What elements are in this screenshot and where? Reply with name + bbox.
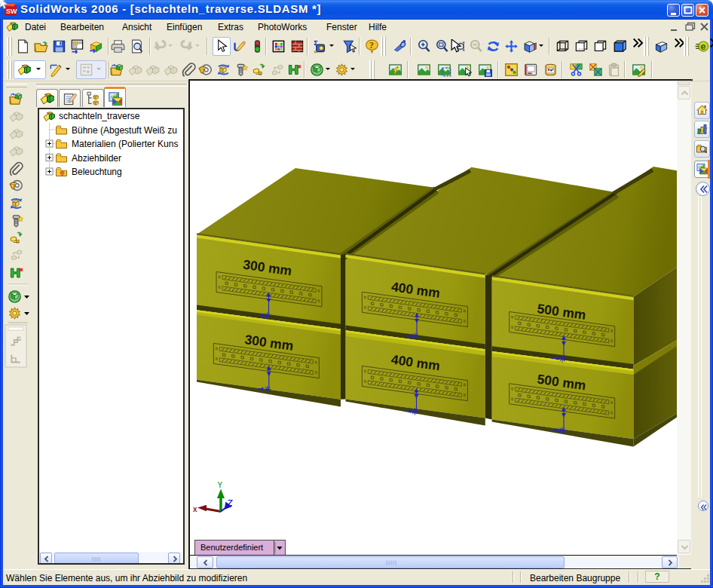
svg-text:Materialien (Polierter Kuns: Materialien (Polierter Kuns	[72, 139, 178, 149]
svg-text:schachteln_traverse: schachteln_traverse	[59, 111, 140, 121]
svg-text:Bühne (Abgestuft Weiß zu: Bühne (Abgestuft Weiß zu	[72, 125, 177, 136]
svg-text:Y: Y	[218, 481, 223, 489]
svg-text:Abziehbilder: Abziehbilder	[72, 153, 121, 164]
svg-text:Beleuchtung: Beleuchtung	[72, 167, 122, 177]
svg-text:x: x	[193, 505, 197, 513]
